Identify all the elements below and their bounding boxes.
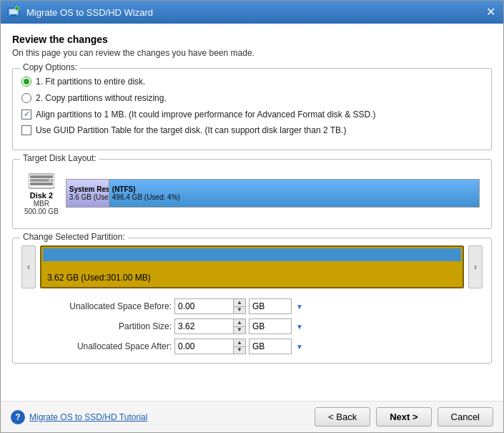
spin-up-before[interactable]: ▲ — [234, 299, 245, 307]
footer: ? Migrate OS to SSD/HD Tutorial < Back N… — [1, 401, 503, 432]
spin-up-after[interactable]: ▲ — [234, 339, 245, 347]
tutorial-link[interactable]: Migrate OS to SSD/HD Tutorial — [29, 412, 147, 422]
spin-down-size[interactable]: ▼ — [234, 327, 245, 334]
field-input-after[interactable]: ▲ ▼ — [174, 339, 246, 354]
page-title: Review the changes — [12, 34, 492, 45]
left-arrow-button[interactable]: ‹ — [21, 245, 36, 288]
disk-name: Disk 2 — [30, 191, 53, 200]
disk-type: MBR — [34, 200, 49, 208]
unit-dropdown-after[interactable]: GB — [249, 339, 292, 354]
target-disk-label: Target Disk Layout: — [20, 153, 99, 163]
partition-main[interactable]: (NTFS) 496.4 GB (Used: 4%) — [109, 180, 479, 207]
partition-2-detail: 496.4 GB (Used: 4%) — [112, 193, 180, 201]
next-button[interactable]: Next > — [376, 407, 431, 427]
radio-2-label: 2. Copy partitions without resizing. — [36, 92, 167, 104]
unit-dropdown-size[interactable]: GB — [249, 318, 292, 334]
spin-up-size[interactable]: ▲ — [234, 319, 245, 327]
change-partition-group: Change Selected Partition: ‹ 3.62 GB (Us… — [12, 238, 492, 364]
partition-1-detail: 3.6 GB (Used: — [69, 193, 109, 201]
field-input-size[interactable]: ▲ ▼ — [174, 318, 246, 334]
footer-link-area: ? Migrate OS to SSD/HD Tutorial — [11, 410, 309, 424]
field-input-before[interactable]: ▲ ▼ — [174, 298, 246, 314]
checkbox-row-2[interactable]: Use GUID Partition Table for the target … — [21, 125, 483, 137]
svg-rect-7 — [30, 183, 53, 185]
cancel-button[interactable]: Cancel — [438, 407, 493, 427]
checkbox-2[interactable] — [21, 125, 31, 135]
window-title: Migrate OS to SSD/HD Wizard — [26, 7, 483, 18]
radio-row-1[interactable]: 1. Fit partitions to entire disk. — [21, 76, 483, 88]
checkbox-1-label: Align partitions to 1 MB. (It could impr… — [36, 109, 376, 121]
dropdown-arrow-size[interactable]: ▼ — [296, 323, 330, 331]
radio-2[interactable] — [21, 93, 31, 103]
svg-point-9 — [49, 179, 51, 182]
footer-buttons: < Back Next > Cancel — [315, 407, 493, 427]
page-subtitle: On this page you can review the changes … — [12, 48, 492, 58]
partition-size-label: 3.62 GB (Used:301.00 MB) — [47, 273, 151, 283]
copy-options-label: Copy Options: — [20, 62, 80, 72]
field-label-before: Unallocated Space Before: — [29, 301, 172, 311]
main-window: → Migrate OS to SSD/HD Wizard ✕ Review t… — [0, 0, 504, 433]
partition-visual: 3.62 GB (Used:301.00 MB) — [40, 245, 464, 288]
checkbox-row-1[interactable]: Align partitions to 1 MB. (It could impr… — [21, 109, 483, 121]
change-partition-label: Change Selected Partition: — [20, 232, 128, 242]
partition-system[interactable]: System Reser 3.6 GB (Used: — [66, 180, 109, 207]
dropdown-arrow-after[interactable]: ▼ — [296, 343, 330, 351]
checkbox-2-label: Use GUID Partition Table for the target … — [36, 125, 346, 137]
titlebar: → Migrate OS to SSD/HD Wizard ✕ — [1, 1, 503, 24]
spin-down-before[interactable]: ▼ — [234, 307, 245, 314]
radio-row-2[interactable]: 2. Copy partitions without resizing. — [21, 92, 483, 104]
partition-1-name: System Reser — [69, 185, 109, 193]
partition-blue-bar — [43, 248, 461, 261]
field-label-size: Partition Size: — [29, 321, 172, 331]
disk-layout: Disk 2 MBR 500.00 GB System Reser 3.6 GB… — [21, 167, 483, 220]
copy-options-group: Copy Options: 1. Fit partitions to entir… — [12, 68, 492, 150]
help-icon[interactable]: ? — [11, 410, 25, 424]
partition-bar-container: ‹ 3.62 GB (Used:301.00 MB) › — [21, 245, 483, 288]
unit-label-size: GB — [252, 321, 265, 331]
dropdown-arrow-before[interactable]: ▼ — [296, 303, 330, 311]
app-icon: → — [6, 5, 21, 19]
field-value-after[interactable] — [175, 339, 233, 354]
close-button[interactable]: ✕ — [483, 5, 498, 19]
right-arrow-button[interactable]: › — [468, 245, 483, 288]
partition-2-name: (NTFS) — [112, 185, 136, 193]
svg-rect-2 — [11, 14, 16, 16]
target-disk-group: Target Disk Layout: Disk 2 MBR 500.00 GB — [12, 159, 492, 229]
fields-area: Unallocated Space Before: ▲ ▼ GB ▼ Parti… — [21, 298, 483, 354]
disk-info: Disk 2 MBR 500.00 GB — [24, 171, 59, 215]
unit-dropdown-before[interactable]: GB — [249, 298, 292, 314]
field-label-after: Unallocated Space After: — [29, 341, 172, 351]
back-button[interactable]: < Back — [315, 407, 370, 427]
spin-after: ▲ ▼ — [233, 339, 245, 354]
disk-partitions: System Reser 3.6 GB (Used: (NTFS) 496.4 … — [66, 179, 480, 208]
spin-down-after[interactable]: ▼ — [234, 347, 245, 354]
svg-text:→: → — [16, 7, 19, 11]
radio-1-label: 1. Fit partitions to entire disk. — [36, 76, 145, 88]
disk-size: 500.00 GB — [24, 208, 59, 215]
checkbox-1[interactable] — [21, 110, 31, 120]
radio-1[interactable] — [21, 77, 31, 87]
svg-rect-5 — [30, 175, 53, 178]
field-value-size[interactable] — [175, 319, 233, 334]
field-value-before[interactable] — [175, 299, 233, 313]
unit-label-after: GB — [252, 341, 265, 351]
disk-icon — [29, 171, 54, 191]
spin-size: ▲ ▼ — [233, 319, 245, 334]
spin-before: ▲ ▼ — [233, 299, 245, 313]
unit-label-before: GB — [252, 301, 265, 311]
main-content: Review the changes On this page you can … — [1, 24, 503, 401]
